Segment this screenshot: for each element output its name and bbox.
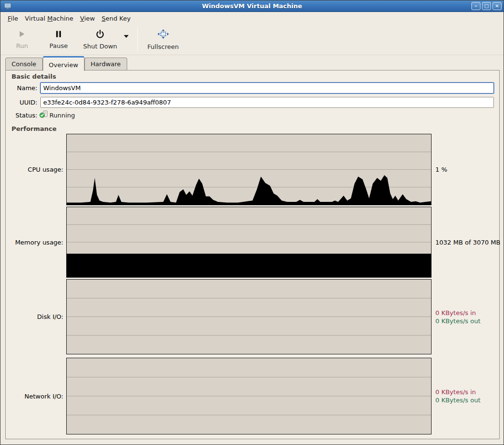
uuid-field-label: UUID: — [6, 99, 37, 106]
memory-usage-label: Memory usage: — [6, 207, 63, 278]
maximize-button[interactable]: □ — [482, 2, 491, 10]
close-button[interactable]: ✕ — [492, 2, 502, 10]
menu-view[interactable]: View — [77, 13, 98, 24]
tab-hardware[interactable]: Hardware — [84, 58, 127, 70]
minimize-button[interactable]: – — [471, 2, 480, 10]
network-io-in-value: 0 KBytes/s in — [435, 388, 499, 396]
chevron-down-icon — [124, 35, 129, 38]
pause-label: Pause — [49, 42, 68, 49]
window-controls: – □ ✕ — [471, 2, 502, 10]
memory-usage-value: 1032 MB of 3070 MB — [435, 207, 499, 278]
menu-virtual-machine[interactable]: Virtual Machine — [22, 13, 77, 24]
tab-console[interactable]: Console — [5, 58, 43, 70]
menu-file[interactable]: File — [4, 13, 22, 24]
shutdown-label: Shut Down — [83, 43, 117, 50]
titlebar[interactable]: WindowsVM Virtual Machine – □ ✕ — [0, 0, 504, 12]
cpu-usage-value: 1 % — [435, 134, 499, 205]
fullscreen-label: Fullscreen — [147, 43, 179, 50]
toolbar-separator — [137, 27, 138, 52]
run-button[interactable]: Run — [7, 24, 37, 55]
tab-overview[interactable]: Overview — [43, 56, 84, 71]
fullscreen-icon — [156, 29, 170, 40]
virt-manager-vm-window: WindowsVM Virtual Machine – □ ✕ FileVirt… — [0, 0, 504, 445]
pause-button[interactable]: Pause — [44, 24, 73, 55]
disk-io-label: Disk I/O: — [6, 279, 63, 354]
disk-io-values: 0 KBytes/s in 0 KBytes/s out — [435, 279, 499, 354]
disk-io-in-value: 0 KBytes/s in — [435, 309, 499, 317]
cpu-usage-label: CPU usage: — [6, 134, 63, 205]
memory-usage-chart — [66, 207, 432, 278]
network-io-values: 0 KBytes/s in 0 KBytes/s out — [435, 358, 499, 434]
run-label: Run — [16, 42, 28, 49]
menu-send-key[interactable]: Send Key — [98, 13, 134, 24]
name-field-label: Name: — [6, 84, 37, 92]
vm-uuid-input[interactable] — [40, 97, 494, 108]
shutdown-power-icon — [96, 30, 105, 40]
network-io-out-value: 0 KBytes/s out — [435, 396, 499, 404]
overview-tab-page: Basic details Name: UUID: Status: Runnin… — [5, 70, 500, 439]
window-title: WindowsVM Virtual Machine — [0, 2, 504, 10]
vm-name-input[interactable] — [40, 82, 494, 94]
cpu-usage-chart — [66, 134, 432, 205]
run-icon — [19, 30, 25, 39]
fullscreen-button[interactable]: Fullscreen — [142, 24, 184, 55]
pause-icon — [55, 30, 62, 39]
shutdown-button[interactable]: Shut Down — [77, 24, 123, 55]
performance-section-title: Performance — [12, 125, 57, 132]
network-io-chart — [66, 358, 432, 434]
status-field-label: Status: — [6, 112, 37, 119]
vm-running-status-icon — [39, 110, 48, 120]
tabstrip: ConsoleOverviewHardware — [0, 55, 504, 70]
menubar: FileVirtual MachineViewSend Key — [0, 12, 504, 24]
network-io-label: Network I/O: — [6, 358, 63, 434]
disk-io-out-value: 0 KBytes/s out — [435, 317, 499, 325]
window-icon — [3, 2, 12, 11]
status-row: Running — [39, 110, 75, 120]
disk-io-chart — [66, 279, 432, 354]
basic-details-section-title: Basic details — [12, 73, 56, 80]
status-badge: Running — [49, 112, 75, 119]
shutdown-menu-arrow[interactable] — [123, 24, 133, 55]
toolbar: Run Pause Shut Down — [0, 24, 504, 55]
